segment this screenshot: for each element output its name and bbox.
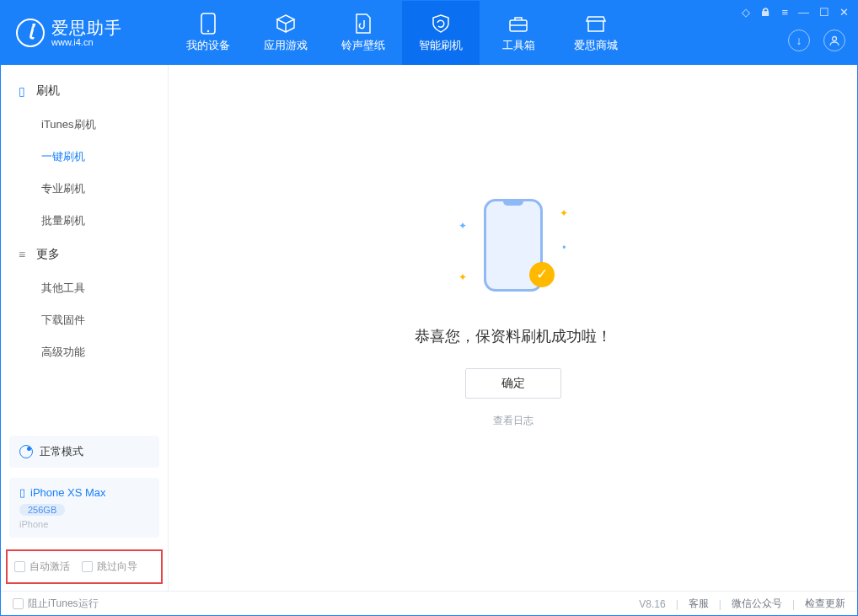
- device-icon: [197, 13, 219, 35]
- nav-smart-flash[interactable]: 智能刷机: [402, 1, 480, 65]
- mode-label: 正常模式: [40, 444, 83, 459]
- window-controls: ◇ 🔒︎ ≡ ― ☐ ✕: [742, 6, 849, 19]
- success-illustration: ✓ ✦✦✦•: [475, 195, 551, 296]
- customer-service-link[interactable]: 客服: [689, 597, 709, 611]
- nav-store[interactable]: 爱思商城: [557, 1, 635, 65]
- sidebar: ▯ 刷机 iTunes刷机 一键刷机 专业刷机 批量刷机 ≡ 更多 其他工具 下…: [1, 65, 169, 591]
- cube-icon: [275, 13, 297, 35]
- mode-status-icon: [19, 445, 33, 458]
- sidebar-item-oneclick-flash[interactable]: 一键刷机: [1, 141, 168, 173]
- user-account-button[interactable]: [823, 29, 845, 51]
- close-button[interactable]: ✕: [839, 6, 849, 19]
- version-label: V8.16: [639, 598, 665, 610]
- menu-icon[interactable]: ≡: [781, 6, 788, 19]
- mode-card[interactable]: 正常模式: [9, 436, 159, 468]
- device-capacity: 256GB: [19, 504, 65, 516]
- app-title: 爱思助手: [51, 19, 122, 37]
- checkbox-auto-activate[interactable]: 自动激活: [14, 560, 70, 574]
- top-nav: 我的设备 应用游戏 铃声壁纸 智能刷机 工具箱 爱思商城: [169, 1, 635, 65]
- svg-point-3: [833, 37, 837, 41]
- sidebar-item-itunes-flash[interactable]: iTunes刷机: [1, 109, 168, 141]
- list-icon: ≡: [16, 248, 28, 261]
- nav-toolbox[interactable]: 工具箱: [480, 1, 557, 65]
- toolbox-icon: [507, 13, 529, 35]
- sidebar-group-flash: ▯ 刷机: [1, 73, 168, 109]
- device-card[interactable]: ▯iPhone XS Max 256GB iPhone: [9, 478, 159, 538]
- app-header: ἰ 爱思助手 www.i4.cn 我的设备 应用游戏 铃声壁纸 智能刷机 工具箱: [1, 1, 857, 65]
- main-content: ✓ ✦✦✦• 恭喜您，保资料刷机成功啦！ 确定 查看日志: [169, 65, 857, 591]
- maximize-button[interactable]: ☐: [819, 6, 829, 19]
- sidebar-item-advanced[interactable]: 高级功能: [1, 336, 168, 368]
- lock-icon[interactable]: 🔒︎: [760, 6, 771, 19]
- view-log-link[interactable]: 查看日志: [493, 414, 534, 428]
- sidebar-item-download-firmware[interactable]: 下载固件: [1, 304, 168, 336]
- sidebar-item-pro-flash[interactable]: 专业刷机: [1, 173, 168, 205]
- ok-button[interactable]: 确定: [465, 368, 561, 399]
- phone-icon: ▯: [16, 84, 28, 98]
- checkbox-skip-guide[interactable]: 跳过向导: [82, 560, 137, 574]
- device-phone-icon: ▯: [19, 486, 25, 499]
- nav-my-device[interactable]: 我的设备: [169, 1, 247, 65]
- logo-icon: ἰ: [16, 19, 45, 47]
- checkbox-block-itunes[interactable]: 阻止iTunes运行: [13, 597, 99, 611]
- shirt-icon[interactable]: ◇: [742, 6, 750, 19]
- wechat-link[interactable]: 微信公众号: [732, 597, 782, 611]
- sidebar-item-other-tools[interactable]: 其他工具: [1, 272, 168, 304]
- app-subtitle: www.i4.cn: [51, 37, 122, 47]
- highlighted-options: 自动激活 跳过向导: [6, 549, 163, 584]
- store-icon: [585, 13, 607, 35]
- check-badge-icon: ✓: [529, 262, 555, 287]
- status-bar: 阻止iTunes运行 V8.16 | 客服 | 微信公众号 | 检查更新: [1, 591, 857, 616]
- nav-ringtones-wallpapers[interactable]: 铃声壁纸: [324, 1, 402, 65]
- svg-point-1: [207, 30, 209, 32]
- music-file-icon: [352, 13, 374, 35]
- device-type: iPhone: [19, 519, 149, 529]
- shield-refresh-icon: [430, 13, 452, 35]
- logo-area: ἰ 爱思助手 www.i4.cn: [1, 19, 169, 47]
- success-message: 恭喜您，保资料刷机成功啦！: [415, 326, 612, 346]
- sidebar-item-batch-flash[interactable]: 批量刷机: [1, 205, 168, 237]
- nav-apps-games[interactable]: 应用游戏: [247, 1, 324, 65]
- download-button[interactable]: ↓: [788, 29, 810, 51]
- check-update-link[interactable]: 检查更新: [805, 597, 845, 611]
- minimize-button[interactable]: ―: [798, 6, 809, 19]
- sidebar-group-more: ≡ 更多: [1, 237, 168, 272]
